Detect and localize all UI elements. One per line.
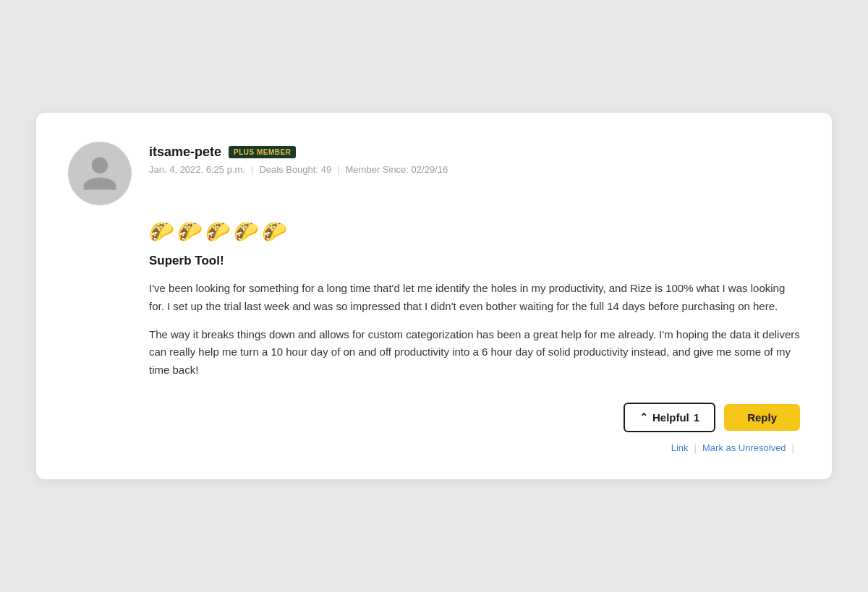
review-paragraph-1: I've been looking for something for a lo… [149, 280, 800, 316]
review-body: 🌮 🌮 🌮 🌮 🌮 Superb Tool! I've been looking… [68, 220, 800, 453]
mark-unresolved-button[interactable]: Mark as Unresolved [702, 442, 786, 453]
star-3: 🌮 [205, 220, 231, 244]
review-date: Jan. 4, 2022, 6:25 p.m. [149, 164, 245, 175]
actions-row: ⌃ Helpful 1 Reply [149, 403, 800, 432]
member-since: Member Since: 02/29/16 [346, 164, 448, 175]
links-row: Link | Mark as Unresolved | [149, 442, 800, 453]
user-icon [80, 153, 120, 194]
user-info: itsame-pete PLUS MEMBER Jan. 4, 2022, 6:… [149, 142, 800, 175]
star-2: 🌮 [177, 220, 203, 244]
trailing-separator: | [792, 442, 794, 453]
review-header: itsame-pete PLUS MEMBER Jan. 4, 2022, 6:… [68, 142, 800, 205]
review-title: Superb Tool! [149, 254, 800, 268]
link-separator: | [694, 442, 697, 453]
star-5: 🌮 [262, 220, 287, 244]
separator-1: | [251, 164, 253, 175]
review-card: itsame-pete PLUS MEMBER Jan. 4, 2022, 6:… [36, 113, 832, 479]
deals-bought: Deals Bought: 49 [259, 164, 331, 175]
avatar-container [68, 142, 132, 205]
review-paragraph-2: The way it breaks things down and allows… [149, 326, 800, 379]
username-row: itsame-pete PLUS MEMBER [149, 145, 800, 160]
deals-bought-value: 49 [321, 164, 331, 175]
member-since-label: Member Since: [346, 164, 409, 175]
helpful-label: Helpful [652, 411, 689, 424]
chevron-up-icon: ⌃ [639, 411, 648, 423]
username: itsame-pete [149, 145, 221, 160]
avatar [68, 142, 132, 205]
helpful-count: 1 [694, 411, 699, 424]
separator-2: | [337, 164, 339, 175]
member-since-value: 02/29/16 [412, 164, 448, 175]
deals-bought-label: Deals Bought: [259, 164, 318, 175]
reply-button[interactable]: Reply [724, 404, 800, 431]
stars-row: 🌮 🌮 🌮 🌮 🌮 [149, 220, 800, 244]
helpful-button[interactable]: ⌃ Helpful 1 [624, 403, 715, 432]
star-1: 🌮 [149, 220, 174, 244]
plus-member-badge: PLUS MEMBER [229, 146, 296, 158]
star-4: 🌮 [234, 220, 259, 244]
link-button[interactable]: Link [671, 442, 689, 453]
meta-row: Jan. 4, 2022, 6:25 p.m. | Deals Bought: … [149, 164, 800, 175]
